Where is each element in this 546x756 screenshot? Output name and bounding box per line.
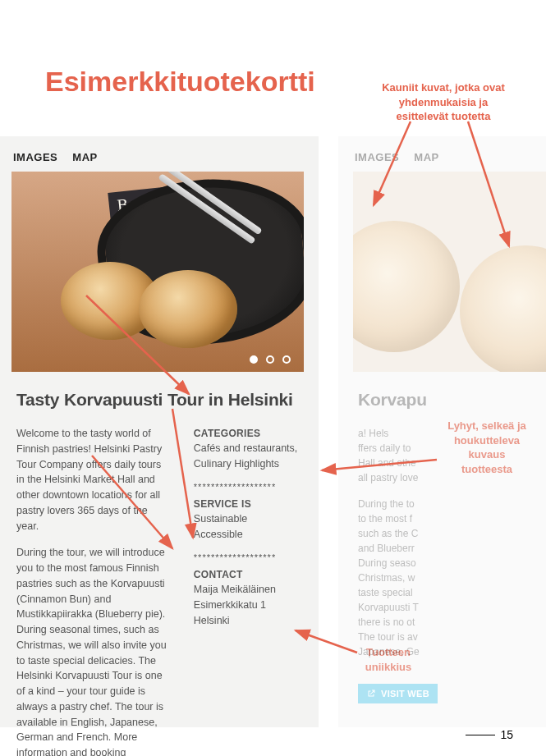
page-number: 15 — [466, 728, 513, 741]
product-title: Tasty Korvapuusti Tour in Helsinki — [0, 372, 319, 410]
description-p2: During the tour, we will introduce you t… — [16, 545, 169, 756]
tab-images[interactable]: IMAGES — [355, 151, 399, 163]
visit-website-button[interactable]: VISIT WEB — [358, 684, 438, 703]
description-p1: Welcome to the tasty world of Finnish pa… — [16, 426, 169, 534]
contact-heading: CONTACT — [194, 567, 299, 582]
card-tabs: IMAGES MAP — [338, 136, 546, 172]
tab-map[interactable]: MAP — [72, 151, 97, 163]
contact-value: Maija Meikäläinen Esimerkkikatu 1 Helsin… — [194, 582, 299, 628]
product-description: a! Hels ffers daily to Hall and othe all… — [358, 426, 511, 671]
visit-website-label: VISIT WEB — [381, 689, 429, 699]
annotation-images: Kauniit kuvat, jotka ovatyhdenmukaisia j… — [361, 80, 525, 124]
hero-image: Berliinin – munkki — [11, 172, 304, 372]
hero-image — [353, 172, 546, 372]
donut-icon — [460, 245, 546, 372]
tab-map[interactable]: MAP — [414, 151, 438, 163]
product-card-right: IMAGES MAP Korvapu a! Hels ffers daily t… — [338, 136, 546, 727]
categories-value: Cafés and restaurants, Culinary Highligh… — [194, 441, 299, 472]
description-p2: During the to to the most f such as the … — [358, 497, 511, 659]
description-p1: a! Hels ffers daily to Hall and othe all… — [358, 426, 511, 485]
categories-heading: CATEGORIES — [194, 426, 299, 441]
tab-images[interactable]: IMAGES — [13, 151, 57, 163]
pastry-icon — [139, 270, 237, 348]
separator: ******************* — [194, 551, 299, 565]
external-link-icon — [366, 689, 376, 699]
service-heading: SERVICE IS — [194, 497, 299, 511]
page-title: Esimerkkituotekortti — [45, 66, 315, 98]
donut-icon — [353, 221, 460, 352]
product-card-center: IMAGES MAP Berliinin – munkki Tasty Korv… — [0, 136, 319, 727]
cards-row: IMAGES MAP i GORIES and rants, ry Highli… — [0, 136, 546, 727]
product-sidebar: CATEGORIES Cafés and restaurants, Culina… — [194, 426, 299, 756]
card-tabs: IMAGES MAP — [0, 136, 319, 172]
service-value: Sustainable Accessible — [194, 511, 299, 543]
product-title: Korvapu — [338, 372, 546, 410]
product-description: Welcome to the tasty world of Finnish pa… — [16, 426, 169, 756]
carousel-dots[interactable] — [250, 355, 291, 364]
separator: ******************* — [194, 480, 299, 494]
